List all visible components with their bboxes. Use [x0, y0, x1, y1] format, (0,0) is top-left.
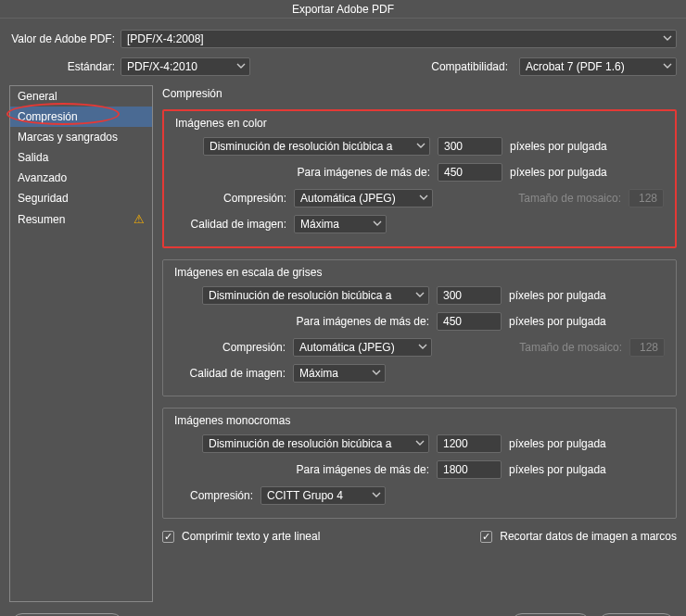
gray-quality-select[interactable]: Máxima: [293, 364, 386, 383]
content-panel: Compresión Imágenes en color Disminución…: [162, 85, 677, 602]
compat-value: Acrobat 7 (PDF 1.6): [526, 60, 625, 73]
gray-compression-select[interactable]: Automática (JPEG): [293, 338, 432, 357]
gray-downsample-select[interactable]: Disminución de resolución bicúbica a: [202, 286, 429, 305]
ppi-unit: píxeles por pulgada: [509, 463, 606, 476]
ppi-unit: píxeles por pulgada: [509, 315, 606, 328]
compat-label: Compatibilidad:: [431, 60, 514, 73]
sidebar-item-marcas[interactable]: Marcas y sangrados: [10, 127, 152, 147]
color-quality-label: Calidad de imagen:: [175, 218, 286, 231]
mono-downsample-select[interactable]: Disminución de resolución bicúbica a: [202, 434, 429, 453]
mono-threshold-label: Para imágenes de más de:: [174, 463, 429, 476]
ppi-unit: píxeles por pulgada: [510, 166, 607, 179]
ppi-unit: píxeles por pulgada: [509, 289, 606, 302]
mono-target-ppi[interactable]: 1200: [437, 434, 502, 453]
gray-tile-value: 128: [629, 338, 665, 357]
group-gray-images: Imágenes en escala de grises Disminución…: [162, 259, 677, 396]
color-tile-label: Tamaño de mosaico:: [518, 192, 621, 205]
color-tile-value: 128: [629, 189, 664, 207]
crop-data-checkbox[interactable]: [480, 531, 492, 543]
standard-label: Estándar:: [9, 60, 121, 73]
chevron-down-icon: [372, 489, 381, 502]
sidebar-item-avanzado[interactable]: Avanzado: [10, 168, 152, 188]
ppi-unit: píxeles por pulgada: [510, 140, 607, 153]
sidebar-item-compresion[interactable]: Compresión: [10, 107, 152, 127]
gray-compression-label: Compresión:: [174, 341, 286, 354]
compat-select[interactable]: Acrobat 7 (PDF 1.6): [519, 57, 677, 76]
group-color-images: Imágenes en color Disminución de resoluc…: [162, 109, 677, 248]
gray-threshold-label: Para imágenes de más de:: [174, 315, 429, 328]
standard-value: PDF/X-4:2010: [127, 60, 197, 73]
color-threshold-ppi[interactable]: 450: [438, 163, 502, 182]
preset-label: Valor de Adobe PDF:: [9, 32, 121, 45]
color-compression-select[interactable]: Automática (JPEG): [294, 189, 433, 207]
color-downsample-select[interactable]: Disminución de resolución bicúbica a: [203, 137, 430, 156]
preset-select[interactable]: [PDF/X-4:2008]: [121, 30, 677, 48]
mono-compression-label: Compresión:: [174, 489, 253, 502]
compress-text-checkbox[interactable]: [162, 531, 174, 543]
chevron-down-icon: [415, 437, 425, 450]
sidebar-item-general[interactable]: General: [10, 86, 152, 107]
color-threshold-label: Para imágenes de más de:: [175, 166, 430, 179]
chevron-down-icon: [419, 192, 428, 205]
group-color-title: Imágenes en color: [175, 117, 664, 130]
gray-target-ppi[interactable]: 300: [437, 286, 502, 305]
crop-data-label: Recortar datos de imagen a marcos: [500, 530, 677, 543]
warning-icon: ⚠: [133, 212, 145, 226]
chevron-down-icon: [663, 60, 672, 73]
mono-compression-select[interactable]: CCITT Grupo 4: [260, 486, 386, 505]
sidebar-item-seguridad[interactable]: Seguridad: [10, 188, 152, 208]
window-title: Exportar Adobe PDF: [0, 0, 686, 19]
color-compression-label: Compresión:: [175, 192, 286, 205]
chevron-down-icon: [418, 341, 427, 354]
chevron-down-icon: [663, 32, 672, 45]
standard-select[interactable]: PDF/X-4:2010: [121, 57, 250, 76]
section-title: Compresión: [162, 87, 677, 100]
color-quality-select[interactable]: Máxima: [294, 215, 387, 233]
gray-threshold-ppi[interactable]: 450: [437, 312, 502, 331]
group-mono-title: Imágenes monocromas: [174, 414, 665, 427]
chevron-down-icon: [372, 367, 381, 380]
sidebar-item-resumen[interactable]: Resumen ⚠: [10, 208, 152, 230]
color-target-ppi[interactable]: 300: [438, 137, 502, 156]
chevron-down-icon: [416, 140, 426, 153]
sidebar: General Compresión Marcas y sangrados Sa…: [9, 85, 153, 602]
group-gray-title: Imágenes en escala de grises: [174, 266, 665, 279]
gray-quality-label: Calidad de imagen:: [174, 367, 286, 380]
group-mono-images: Imágenes monocromas Disminución de resol…: [162, 408, 677, 519]
preset-value: [PDF/X-4:2008]: [127, 32, 204, 45]
chevron-down-icon: [415, 289, 425, 302]
ppi-unit: píxeles por pulgada: [509, 437, 606, 450]
gray-tile-label: Tamaño de mosaico:: [519, 341, 622, 354]
mono-threshold-ppi[interactable]: 1800: [437, 460, 502, 479]
sidebar-item-salida[interactable]: Salida: [10, 147, 152, 168]
compress-text-label: Comprimir texto y arte lineal: [182, 530, 320, 543]
chevron-down-icon: [236, 60, 246, 73]
chevron-down-icon: [373, 218, 382, 231]
